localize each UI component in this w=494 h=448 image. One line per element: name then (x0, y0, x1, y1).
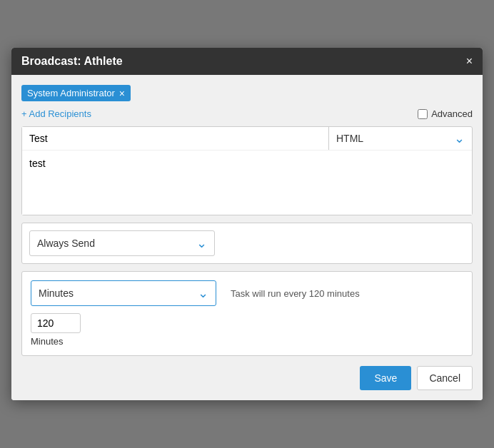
schedule-row: Minutes ⌄ Task will run every 120 minute… (31, 280, 463, 306)
tag-remove-button[interactable]: × (119, 88, 125, 98)
advanced-text: Advanced (431, 108, 473, 119)
advanced-checkbox[interactable] (418, 109, 428, 119)
body-textarea[interactable] (22, 151, 472, 215)
send-type-select[interactable]: Always Send ⌄ (29, 230, 215, 256)
modal-overlay: Broadcast: Athlete × System Administrato… (0, 0, 494, 448)
format-label: HTML (336, 133, 454, 144)
tag-label: System Administrator (27, 88, 115, 98)
subject-format-section: HTML ⌄ (21, 126, 473, 215)
subject-format-row: HTML ⌄ (22, 127, 472, 151)
advanced-label[interactable]: Advanced (418, 108, 473, 119)
modal-title: Broadcast: Athlete (21, 55, 123, 68)
subject-input[interactable] (22, 127, 329, 150)
chevron-down-icon: ⌄ (454, 131, 465, 146)
footer-buttons: Save Cancel (21, 366, 473, 390)
modal-body: System Administrator × + Add Recipients … (11, 75, 483, 400)
save-button[interactable]: Save (360, 366, 411, 390)
task-info: Task will run every 120 minutes (231, 288, 360, 299)
add-recipients-link[interactable]: + Add Recipients (21, 108, 91, 119)
interval-row: Minutes (31, 313, 463, 347)
advanced-row: + Add Recipients Advanced (21, 108, 473, 119)
send-type-section: Always Send ⌄ (21, 223, 473, 264)
schedule-section: Minutes ⌄ Task will run every 120 minute… (21, 271, 473, 356)
interval-unit: Minutes (31, 336, 463, 347)
interval-input[interactable] (31, 313, 81, 333)
send-type-label: Always Send (37, 238, 196, 249)
cancel-button[interactable]: Cancel (417, 366, 473, 390)
minutes-label: Minutes (39, 287, 198, 299)
send-type-chevron-icon: ⌄ (196, 235, 207, 251)
body-row (22, 151, 472, 215)
format-select[interactable]: HTML ⌄ (329, 127, 472, 150)
recipient-tag[interactable]: System Administrator × (21, 85, 131, 101)
recipients-row: System Administrator × (21, 85, 473, 101)
minutes-select[interactable]: Minutes ⌄ (31, 280, 216, 306)
close-button[interactable]: × (466, 56, 473, 67)
minutes-chevron-icon: ⌄ (198, 285, 208, 301)
modal-header: Broadcast: Athlete × (11, 48, 483, 75)
modal: Broadcast: Athlete × System Administrato… (11, 48, 483, 400)
